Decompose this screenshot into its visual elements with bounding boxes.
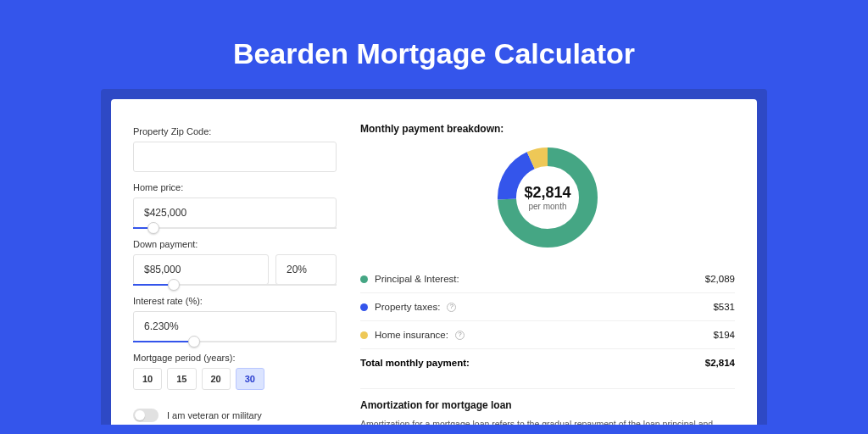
period-option-30[interactable]: 30 bbox=[236, 368, 264, 390]
line-item-label: Home insurance: bbox=[375, 330, 448, 340]
donut-sub: per month bbox=[528, 202, 566, 211]
slider-thumb-icon[interactable] bbox=[168, 279, 180, 291]
card-wrap: Property Zip Code: Home price: Down paym… bbox=[101, 89, 767, 425]
page-title: Bearden Mortgage Calculator bbox=[0, 37, 868, 70]
home-price-input[interactable] bbox=[133, 198, 337, 228]
home-price-slider[interactable] bbox=[133, 227, 337, 229]
donut-center: $2,814 per month bbox=[495, 145, 600, 250]
zip-label: Property Zip Code: bbox=[133, 126, 337, 136]
calculator-card: Property Zip Code: Home price: Down paym… bbox=[111, 99, 757, 425]
line-item-label: Property taxes: bbox=[375, 302, 440, 312]
down-payment-pct-input[interactable] bbox=[275, 254, 337, 285]
legend-dot-icon bbox=[360, 303, 368, 311]
mortgage-period-segmented: 10 15 20 30 bbox=[133, 368, 337, 390]
breakdown-title: Monthly payment breakdown: bbox=[360, 123, 735, 135]
legend-dot-icon bbox=[360, 331, 368, 339]
mortgage-period-label: Mortgage period (years): bbox=[133, 353, 337, 363]
slider-thumb-icon[interactable] bbox=[188, 336, 200, 348]
period-option-20[interactable]: 20 bbox=[202, 368, 231, 390]
breakdown-panel: Monthly payment breakdown: $2,814 per mo… bbox=[360, 118, 735, 425]
line-item-insurance: Home insurance: ? $194 bbox=[360, 320, 735, 348]
info-icon[interactable]: ? bbox=[455, 331, 465, 340]
line-item-value: $531 bbox=[713, 302, 735, 312]
down-payment-label: Down payment: bbox=[133, 239, 337, 249]
line-item-label: Principal & Interest: bbox=[375, 274, 459, 284]
down-payment-input[interactable] bbox=[133, 254, 269, 285]
line-item-value: $2,089 bbox=[705, 274, 735, 284]
total-row: Total monthly payment: $2,814 bbox=[360, 348, 735, 376]
total-value: $2,814 bbox=[705, 358, 735, 368]
line-item-principal: Principal & Interest: $2,089 bbox=[360, 265, 735, 292]
veteran-toggle-label: I am veteran or military bbox=[167, 410, 262, 420]
down-payment-slider[interactable] bbox=[133, 284, 337, 286]
amortization-body: Amortization for a mortgage loan refers … bbox=[360, 418, 735, 425]
zip-input[interactable] bbox=[133, 142, 337, 172]
amortization-heading: Amortization for mortgage loan bbox=[360, 399, 735, 411]
veteran-toggle[interactable] bbox=[133, 409, 159, 422]
line-item-taxes: Property taxes: ? $531 bbox=[360, 292, 735, 320]
legend-dot-icon bbox=[360, 275, 368, 283]
donut-amount: $2,814 bbox=[524, 184, 570, 202]
period-option-10[interactable]: 10 bbox=[133, 368, 162, 390]
slider-thumb-icon[interactable] bbox=[147, 222, 159, 234]
line-items: Principal & Interest: $2,089 Property ta… bbox=[360, 265, 735, 376]
hero: Bearden Mortgage Calculator bbox=[0, 0, 868, 89]
total-label: Total monthly payment: bbox=[360, 358, 470, 368]
interest-rate-label: Interest rate (%): bbox=[133, 296, 337, 306]
form-panel: Property Zip Code: Home price: Down paym… bbox=[133, 118, 337, 425]
donut-chart: $2,814 per month bbox=[360, 145, 735, 250]
interest-rate-slider[interactable] bbox=[133, 341, 337, 342]
info-icon[interactable]: ? bbox=[447, 303, 456, 312]
line-item-value: $194 bbox=[713, 330, 735, 340]
home-price-label: Home price: bbox=[133, 182, 337, 192]
interest-rate-input[interactable] bbox=[133, 311, 337, 342]
period-option-15[interactable]: 15 bbox=[167, 368, 196, 390]
amortization-section: Amortization for mortgage loan Amortizat… bbox=[360, 388, 735, 425]
